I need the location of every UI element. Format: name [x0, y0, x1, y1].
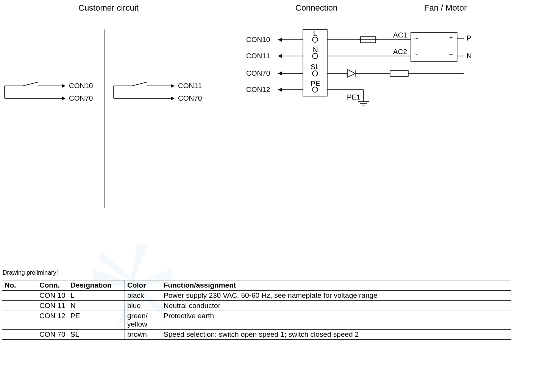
- cell-conn: CON 70: [37, 330, 68, 340]
- drawing-note: Drawing preliminary!: [3, 269, 58, 276]
- cust-right-bottom: CON70: [178, 94, 202, 103]
- motor-P: P: [467, 34, 471, 42]
- cell-no: [2, 311, 37, 330]
- motor-ac-in2: ~: [414, 51, 418, 58]
- cell-desig: L: [68, 291, 125, 301]
- svg-point-20: [312, 71, 318, 76]
- motor-minus: –: [449, 51, 453, 58]
- cust-left-bottom: CON70: [69, 94, 93, 103]
- motor-N: N: [467, 52, 472, 60]
- cell-color: brown: [125, 330, 161, 340]
- cell-conn: CON 12: [37, 311, 68, 330]
- svg-point-19: [312, 53, 318, 59]
- pe1-label: PE1: [347, 93, 361, 101]
- svg-point-21: [312, 87, 318, 92]
- motor-plus: +: [449, 34, 453, 42]
- cell-func: Speed selection: switch open speed 1; sw…: [161, 330, 511, 340]
- cell-func: Neutral conductor: [161, 301, 511, 311]
- cell-func: Protective earth: [161, 311, 511, 330]
- th-conn: Conn.: [37, 280, 68, 291]
- motor-ac-in1: ~: [414, 35, 418, 42]
- conlabel-4: CON12: [246, 86, 270, 94]
- cell-color: green/ yellow: [125, 311, 161, 330]
- cell-no: [2, 330, 37, 340]
- svg-marker-2: [131, 244, 147, 284]
- term-PE: PE: [311, 79, 320, 88]
- cell-color: black: [125, 291, 161, 301]
- ac2-label: AC2: [393, 48, 407, 56]
- table-row: CON 12 PE green/ yellow Protective earth: [2, 311, 511, 330]
- connection-table: No. Conn. Designation Color Function/ass…: [2, 280, 511, 340]
- cell-no: [2, 291, 37, 301]
- cell-color: blue: [125, 301, 161, 311]
- cell-conn: CON 10: [37, 291, 68, 301]
- svg-line-9: [23, 82, 38, 86]
- cust-right-top: CON11: [178, 82, 202, 90]
- cell-desig: SL: [68, 330, 125, 340]
- cust-left-top: CON10: [69, 82, 93, 90]
- term-SL: SL: [311, 63, 319, 71]
- term-N: N: [313, 46, 318, 54]
- svg-marker-5: [98, 252, 133, 284]
- cell-desig: PE: [68, 311, 125, 330]
- conlabel-1: CON10: [246, 36, 270, 44]
- table-row: CON 10 L black Power supply 230 VAC, 50-…: [2, 291, 511, 301]
- cell-no: [2, 301, 37, 311]
- th-desig: Designation: [68, 280, 125, 291]
- table-row: CON 70 SL brown Speed selection: switch …: [2, 330, 511, 340]
- th-func: Function/assignment: [161, 280, 511, 291]
- conlabel-2: CON11: [246, 52, 270, 60]
- svg-marker-31: [348, 70, 355, 77]
- term-L: L: [313, 30, 317, 38]
- table-row: CON 11 N blue Neutral conductor: [2, 301, 511, 311]
- cell-func: Power supply 230 VAC, 50-60 Hz, see name…: [161, 291, 511, 301]
- svg-line-14: [132, 82, 147, 86]
- conlabel-3: CON70: [246, 69, 270, 78]
- svg-rect-34: [390, 70, 408, 76]
- ac1-label: AC1: [393, 31, 407, 39]
- table-header-row: No. Conn. Designation Color Function/ass…: [2, 280, 511, 291]
- svg-point-18: [312, 37, 318, 42]
- cell-conn: CON 11: [37, 301, 68, 311]
- th-no: No.: [2, 280, 37, 291]
- cell-desig: N: [68, 301, 125, 311]
- th-color: Color: [125, 280, 161, 291]
